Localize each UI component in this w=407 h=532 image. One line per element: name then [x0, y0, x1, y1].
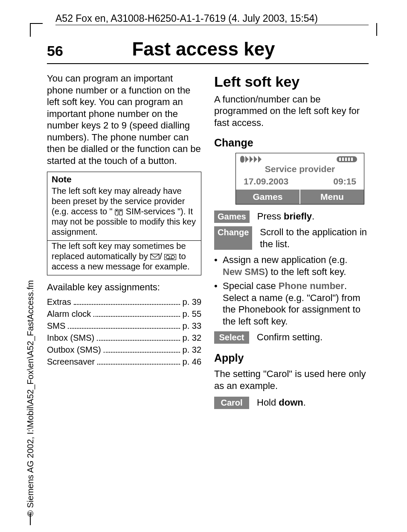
phone-left-softkey: Games — [236, 190, 299, 204]
bullet-phone-number: Special case Phone number. Select a name… — [214, 280, 369, 327]
copyright-footer: © Siemens AG 2002, I:\Mobil\A52_Fox\en\A… — [26, 280, 35, 517]
assignment-page: p. 32 — [183, 345, 201, 355]
intro-paragraph: You can program an important phone numbe… — [47, 73, 201, 167]
assignment-row: Extras p. 39 — [47, 297, 201, 307]
leader-dots — [74, 304, 180, 305]
battery-icon — [336, 156, 360, 163]
svg-rect-15 — [339, 158, 341, 161]
assignment-row: Inbox (SMS) p. 32 — [47, 333, 201, 343]
txt: . — [312, 211, 314, 222]
svg-rect-19 — [351, 158, 353, 161]
left-soft-key-intro: A function/number can be programmed on t… — [214, 94, 369, 129]
phone-right-softkey: Menu — [299, 190, 364, 204]
signal-icon — [240, 156, 266, 163]
note-title: Note — [47, 172, 201, 185]
txt: Special case — [223, 281, 279, 291]
voicemail-icon — [164, 254, 176, 260]
assignment-name: Outbox (SMS) — [47, 345, 101, 355]
assignment-name: Extras — [47, 297, 71, 307]
message-icon — [150, 254, 160, 260]
change-heading: Change — [214, 136, 369, 149]
leader-dots — [93, 316, 180, 317]
svg-marker-11 — [250, 156, 253, 163]
chapter-rule — [47, 63, 369, 64]
doc-header-line: A52 Fox en, A31008-H6250-A1-1-7619 (4. J… — [55, 13, 369, 24]
step-change-text: Scroll to the application in the list. — [260, 226, 369, 250]
svg-rect-2 — [116, 210, 117, 211]
txt: Hold — [257, 397, 279, 408]
step-games-text: Press briefly. — [257, 210, 369, 223]
header-rule — [55, 25, 369, 25]
assignment-row: SMS p. 33 — [47, 321, 201, 331]
txt: ) to the left soft key. — [265, 266, 346, 277]
step-carol-text: Hold down. — [257, 397, 369, 409]
assignment-page: p. 55 — [183, 309, 201, 319]
assignment-name: SMS — [47, 321, 65, 331]
assignment-page: p. 33 — [183, 321, 201, 331]
svg-rect-18 — [348, 158, 350, 161]
svg-marker-10 — [245, 156, 249, 163]
available-key-assignments-label: Available key assignments: — [47, 281, 201, 293]
assignment-row: Screensaver p. 46 — [47, 357, 201, 367]
assignment-page: p. 32 — [183, 333, 201, 343]
phone-display: Service provider 17.09.2003 09:15 Games … — [235, 153, 364, 205]
softkey-games-label: Games — [214, 210, 250, 223]
apply-intro: The setting "Carol" is used here only as… — [214, 368, 369, 392]
svg-marker-12 — [254, 156, 257, 163]
leader-dots — [68, 328, 180, 329]
leader-dots — [97, 364, 180, 365]
txt-grey: New SMS — [223, 266, 265, 277]
left-soft-key-heading: Left soft key — [214, 73, 369, 91]
phone-time: 09:15 — [333, 176, 356, 187]
softkey-change-label: Change — [214, 226, 252, 250]
svg-rect-9 — [240, 156, 244, 163]
step-select-text: Confirm setting. — [257, 331, 369, 344]
note-body-1: The left soft key may already have been … — [47, 185, 201, 240]
txt: . — [303, 397, 306, 408]
txt-grey: Phone number — [279, 281, 344, 291]
leader-dots — [104, 352, 180, 353]
sim-services-icon — [115, 209, 123, 216]
slash: / — [160, 251, 162, 261]
assignment-row: Outbox (SMS) p. 32 — [47, 345, 201, 355]
phone-date: 17.09.2003 — [244, 176, 288, 187]
assignment-name: Inbox (SMS) — [47, 333, 94, 343]
crop-mark-top-right — [376, 23, 377, 36]
assignment-page: p. 46 — [183, 357, 201, 367]
svg-point-7 — [171, 255, 174, 259]
leader-dots — [97, 340, 180, 341]
svg-marker-13 — [258, 156, 262, 163]
assignment-name: Alarm clock — [47, 309, 91, 319]
crop-mark-top-left — [30, 23, 43, 37]
bullet-new-sms: Assign a new application (e.g. New SMS) … — [214, 254, 369, 278]
assignments-list: Extras p. 39 Alarm clock p. 55 SMS p. 33… — [47, 297, 201, 367]
svg-point-6 — [166, 255, 169, 259]
softkey-select-label: Select — [214, 331, 249, 344]
phone-provider: Service provider — [236, 163, 364, 175]
svg-rect-16 — [342, 158, 344, 161]
txt-bold: briefly — [284, 211, 312, 222]
txt: Assign a new application (e.g. — [223, 254, 347, 265]
softkey-carol-label: Carol — [214, 397, 249, 409]
svg-rect-3 — [120, 210, 122, 211]
assignment-name: Screensaver — [47, 357, 95, 367]
note-box: Note The left soft key may already have … — [47, 172, 201, 275]
assignment-page: p. 39 — [183, 297, 201, 307]
apply-heading: Apply — [214, 351, 369, 365]
txt: Press — [257, 211, 284, 222]
chapter-title: Fast access key — [0, 38, 407, 60]
svg-rect-17 — [345, 158, 347, 161]
note-body-2: The left soft key may sometimes be repla… — [47, 240, 201, 275]
assignment-row: Alarm clock p. 55 — [47, 309, 201, 319]
txt-bold: down — [279, 397, 303, 408]
